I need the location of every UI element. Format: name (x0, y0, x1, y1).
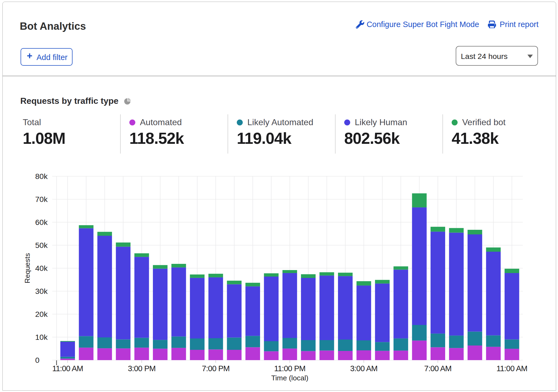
svg-text:7:00 PM: 7:00 PM (202, 364, 229, 373)
svg-text:Requests: Requests (23, 253, 31, 283)
svg-text:70k: 70k (35, 195, 48, 204)
svg-text:10k: 10k (35, 333, 48, 341)
svg-text:20k: 20k (35, 310, 48, 318)
svg-text:3:00 PM: 3:00 PM (128, 364, 155, 373)
svg-text:40k: 40k (35, 264, 48, 273)
svg-text:7:00 AM: 7:00 AM (424, 364, 452, 373)
svg-text:50k: 50k (35, 241, 48, 250)
svg-text:Time (local): Time (local) (271, 374, 308, 382)
svg-text:0: 0 (35, 356, 40, 364)
svg-text:30k: 30k (35, 287, 48, 295)
svg-text:3:00 AM: 3:00 AM (350, 364, 378, 373)
svg-text:60k: 60k (35, 218, 48, 227)
svg-text:11:00 PM: 11:00 PM (274, 364, 306, 373)
svg-text:80k: 80k (35, 172, 48, 181)
svg-text:11:00 AM: 11:00 AM (497, 364, 527, 373)
svg-text:11:00 AM: 11:00 AM (52, 364, 83, 373)
